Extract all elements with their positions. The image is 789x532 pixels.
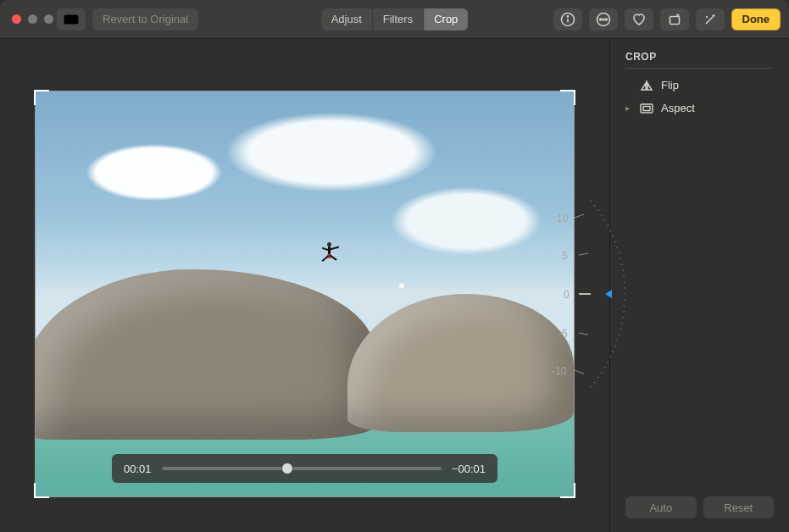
chevron-right-icon: ▸ [625, 103, 632, 113]
scrubber-track[interactable] [162, 467, 442, 470]
svg-line-13 [579, 333, 588, 335]
flip-icon [640, 80, 653, 91]
crop-handle-top-right[interactable] [560, 90, 575, 105]
window-controls [8, 14, 53, 24]
edit-mode-segmented-control: Adjust Filters Crop [321, 8, 469, 30]
auto-enhance-wand-icon[interactable] [696, 8, 725, 30]
elapsed-time: 00:01 [124, 463, 152, 475]
svg-line-11 [579, 253, 588, 255]
straighten-dial[interactable]: 0 5 10 -5 -10 [552, 192, 603, 396]
flip-label: Flip [661, 79, 679, 91]
svg-point-4 [567, 15, 568, 16]
sidebar-footer: Auto Reset [625, 496, 774, 524]
toolbar-right-group: Done [553, 8, 781, 30]
done-button[interactable]: Done [731, 8, 781, 30]
crop-handle-bottom-left[interactable] [34, 483, 49, 498]
tab-filters[interactable]: Filters [372, 8, 423, 30]
crop-handle-top-left[interactable] [34, 90, 49, 105]
svg-rect-0 [64, 14, 79, 24]
crop-handle-bottom-right[interactable] [560, 483, 575, 498]
dial-label-0: 0 [564, 289, 570, 301]
svg-line-12 [575, 214, 584, 218]
dial-label-10: 10 [557, 213, 569, 224]
more-icon[interactable] [589, 8, 618, 30]
svg-point-8 [605, 19, 607, 20]
dial-label-5: 5 [562, 250, 568, 262]
svg-point-7 [603, 19, 604, 20]
svg-line-14 [575, 370, 584, 374]
rotate-icon[interactable] [660, 8, 689, 30]
video-scrubber: 00:01 −00:01 [112, 454, 497, 483]
svg-point-6 [599, 19, 601, 20]
crop-sidebar: CROP Flip ▸ Aspect Auto Reset [609, 39, 789, 532]
aspect-label: Aspect [661, 102, 695, 114]
tab-adjust[interactable]: Adjust [321, 8, 372, 30]
tab-crop[interactable]: Crop [423, 8, 468, 30]
dial-label-m5: -5 [558, 328, 568, 340]
main-area: 00:01 −00:01 0 5 10 -5 [0, 39, 789, 532]
svg-rect-9 [670, 16, 679, 24]
dial-label-m10: -10 [552, 365, 567, 377]
sidebar-title: CROP [625, 51, 774, 69]
reset-button[interactable]: Reset [703, 496, 775, 518]
minimize-window-button[interactable] [28, 14, 37, 24]
photo-content [36, 91, 574, 496]
sidebar-toggle-icon[interactable] [57, 8, 86, 30]
flip-button[interactable]: Flip [625, 79, 774, 91]
remaining-time: −00:01 [452, 463, 486, 475]
scrubber-knob[interactable] [281, 463, 293, 474]
toolbar: Revert to Original Adjust Filters Crop D… [0, 0, 789, 39]
auto-button[interactable]: Auto [625, 496, 697, 518]
crop-frame[interactable]: 00:01 −00:01 0 5 10 -5 [36, 91, 574, 496]
aspect-icon [640, 103, 653, 114]
favorite-heart-icon[interactable] [625, 8, 653, 30]
revert-to-original-button[interactable]: Revert to Original [92, 8, 198, 30]
info-icon[interactable] [553, 8, 582, 30]
svg-rect-17 [643, 106, 650, 110]
aspect-button[interactable]: ▸ Aspect [625, 102, 774, 114]
viewer: 00:01 −00:01 0 5 10 -5 [0, 39, 609, 532]
dial-pointer-icon [605, 290, 612, 298]
close-window-button[interactable] [12, 14, 21, 24]
svg-rect-16 [641, 104, 653, 113]
maximize-window-button[interactable] [44, 14, 53, 24]
